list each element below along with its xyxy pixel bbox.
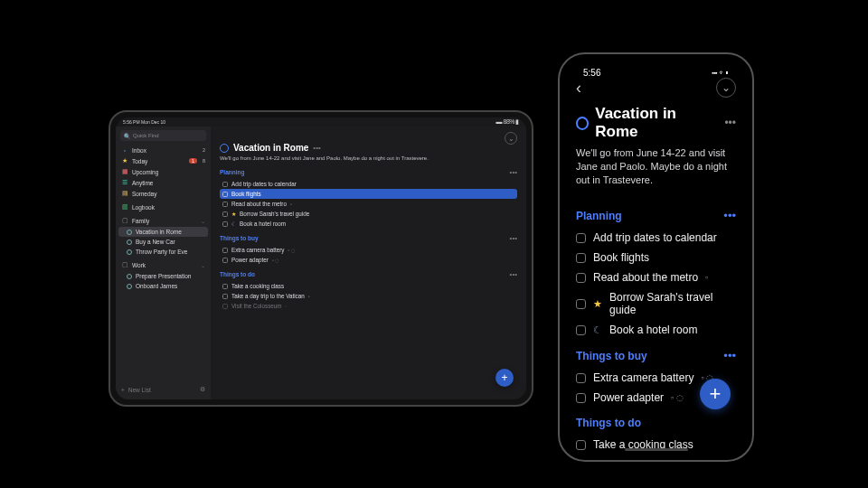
sidebar-item-someday[interactable]: ▤ Someday <box>116 188 211 199</box>
inbox-icon: ▫ <box>121 146 128 154</box>
task-row[interactable]: Extra camera battery▫ ◌ <box>220 245 517 255</box>
task-row[interactable]: ★Borrow Sarah's travel guide <box>220 209 517 219</box>
area-family[interactable]: ▢ Family ⌄ <box>116 214 211 227</box>
collapse-button[interactable]: ⌄ <box>716 78 736 98</box>
task-row[interactable]: ☾Book a hotel room <box>220 219 517 229</box>
task-title: Power adapter <box>593 391 664 404</box>
task-title: Extra camera battery <box>593 371 693 384</box>
area-label: Family <box>132 218 149 224</box>
task-row[interactable]: Visit the Colosseum▫ <box>220 301 517 311</box>
checkbox[interactable] <box>222 304 228 309</box>
project-vacation-rome[interactable]: Vacation in Rome <box>118 227 208 237</box>
section-heading[interactable]: Things to do <box>220 271 255 277</box>
checkbox[interactable] <box>222 182 228 187</box>
area-work[interactable]: ▢ Work ⌄ <box>116 258 211 271</box>
logbook-icon: ▥ <box>121 203 128 211</box>
project-new-car[interactable]: Buy a New Car <box>116 237 211 247</box>
task-row[interactable]: Read about the metro▫ <box>576 267 736 287</box>
task-row[interactable]: Take a cooking class <box>576 435 736 455</box>
search-icon: 🔍 <box>124 133 130 139</box>
new-task-button[interactable]: + <box>495 369 514 387</box>
section-more-button[interactable]: ••• <box>723 209 736 222</box>
checkbox[interactable] <box>576 373 586 383</box>
section-more-button[interactable]: ••• <box>510 270 517 278</box>
section-heading[interactable]: Things to buy <box>576 350 647 362</box>
new-list-button[interactable]: + New List ⚙ <box>116 383 211 396</box>
section-more-button[interactable]: ••• <box>510 234 517 242</box>
task-row[interactable]: Read about the metro▫ <box>220 199 517 209</box>
inbox-count: 2 <box>203 147 205 153</box>
project-dot-icon <box>127 239 132 245</box>
task-title: Read about the metro <box>593 271 698 284</box>
project-prepare-presentation[interactable]: Prepare Presentation <box>116 271 211 281</box>
sidebar-item-today[interactable]: ★ Today 1 8 <box>116 155 211 166</box>
project-notes[interactable]: We'll go from June 14-22 and visit Jane … <box>576 146 736 187</box>
gear-icon[interactable]: ⚙ <box>200 386 205 393</box>
checkbox[interactable] <box>222 202 228 207</box>
section-heading[interactable]: Planning <box>576 210 622 222</box>
note-icon: ▫ <box>308 294 310 299</box>
sidebar-item-label: Anytime <box>132 180 153 186</box>
section-heading[interactable]: Things to buy <box>220 235 259 241</box>
collapse-button[interactable]: ⌄ <box>505 132 517 145</box>
checkbox[interactable] <box>576 273 586 283</box>
status-battery: ▬ 88% ▮ <box>496 118 519 126</box>
note-icon: ▫ <box>290 202 292 207</box>
project-party-eve[interactable]: Throw Party for Eve <box>116 247 211 257</box>
checkbox[interactable] <box>222 258 228 263</box>
checkbox[interactable] <box>576 253 586 263</box>
task-row[interactable]: ★Borrow Sarah's travel guide <box>576 287 736 320</box>
section-more-button[interactable]: ••• <box>723 349 736 362</box>
moon-icon: ☾ <box>593 324 602 336</box>
sidebar-item-label: Logbook <box>132 204 155 211</box>
checkbox[interactable] <box>576 299 586 309</box>
area-label: Work <box>132 262 146 268</box>
task-row[interactable]: ☾Book a hotel room <box>576 320 736 340</box>
task-row[interactable]: Add trip dates to calendar <box>576 228 736 248</box>
sidebar-item-label: Upcoming <box>132 169 158 175</box>
checkbox[interactable] <box>222 211 228 217</box>
checkbox[interactable] <box>576 233 586 243</box>
checkbox[interactable] <box>222 192 228 197</box>
checkbox[interactable] <box>222 221 228 227</box>
task-row[interactable]: Add trip dates to calendar <box>220 179 517 189</box>
task-row[interactable]: Book flights <box>576 248 736 267</box>
task-row[interactable]: Take a day trip to the Vatican▫ <box>220 291 517 301</box>
project-label: Onboard James <box>136 283 177 289</box>
checkbox[interactable] <box>576 393 586 403</box>
section-more-button[interactable]: ••• <box>510 168 517 176</box>
project-progress-icon <box>576 117 589 130</box>
back-button[interactable]: ‹ <box>576 79 581 98</box>
star-icon: ★ <box>593 298 602 310</box>
chevron-down-icon: ⌄ <box>201 262 205 268</box>
task-row[interactable]: Take a cooking class <box>220 281 517 291</box>
checkbox[interactable] <box>222 284 228 289</box>
new-task-button[interactable]: + <box>700 379 731 409</box>
project-notes[interactable]: We'll go from June 14-22 and visit Jane … <box>220 155 517 161</box>
plus-icon: + <box>501 371 507 384</box>
chevron-down-icon: ⌄ <box>508 135 514 143</box>
project-dot-icon <box>127 249 132 255</box>
project-onboard-james[interactable]: Onboard James <box>116 281 211 291</box>
task-title: Power adapter <box>231 257 269 263</box>
project-more-button[interactable]: ••• <box>724 117 736 129</box>
status-time: 5:56 PM Mon Dec 10 <box>123 119 165 125</box>
checkbox[interactable] <box>576 325 586 335</box>
sidebar-item-logbook[interactable]: ▥ Logbook <box>116 202 211 212</box>
sidebar-item-anytime[interactable]: ☰ Anytime <box>116 177 211 188</box>
task-row[interactable]: Book flights <box>220 189 517 199</box>
task-row[interactable]: Power adapter▫ ◌ <box>220 255 517 265</box>
sidebar-item-upcoming[interactable]: ▦ Upcoming <box>116 166 211 177</box>
moon-icon: ☾ <box>231 221 236 227</box>
section-heading[interactable]: Things to do <box>576 417 641 429</box>
checkbox[interactable] <box>222 294 228 299</box>
project-label: Buy a New Car <box>136 239 175 245</box>
checkbox[interactable] <box>222 248 228 253</box>
project-more-button[interactable]: ••• <box>313 144 320 152</box>
section-heading[interactable]: Planning <box>220 169 244 175</box>
sidebar-item-inbox[interactable]: ▫ Inbox 2 <box>116 145 211 155</box>
ipad-status-bar: 5:56 PM Mon Dec 10 ▬ 88% ▮ <box>116 117 526 127</box>
search-input[interactable]: 🔍 Quick Find <box>120 130 206 141</box>
project-label: Prepare Presentation <box>136 273 191 279</box>
checkbox[interactable] <box>576 440 586 450</box>
